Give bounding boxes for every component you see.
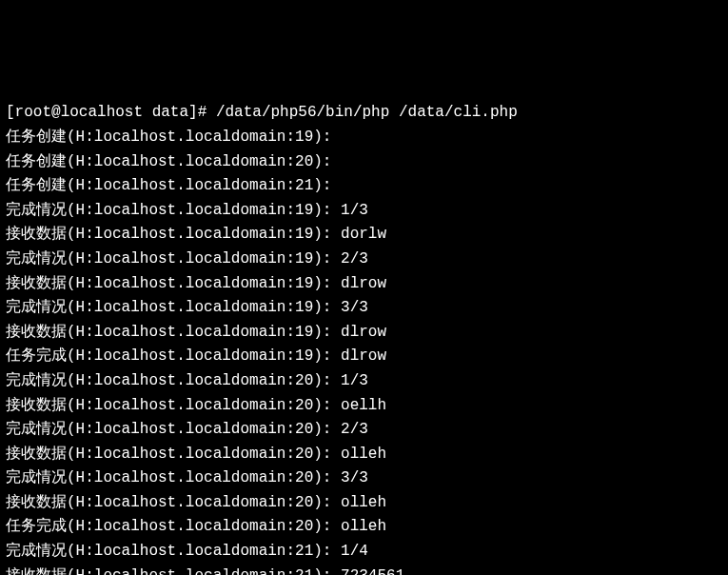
prompt-cwd: data <box>152 104 188 121</box>
prompt-host: localhost <box>61 104 143 121</box>
output-line: 完成情况(H:localhost.localdomain:19): 1/3 <box>6 199 722 224</box>
output-line: 完成情况(H:localhost.localdomain:19): 2/3 <box>6 248 722 272</box>
command-text: /data/php56/bin/php /data/cli.php <box>216 104 518 121</box>
output-line: 任务完成(H:localhost.localdomain:19): dlrow <box>6 345 722 369</box>
output-line: 接收数据(H:localhost.localdomain:20): olleh <box>6 491 722 516</box>
prompt-symbol: # <box>198 104 207 121</box>
output-line: 接收数据(H:localhost.localdomain:20): olleh <box>6 443 722 467</box>
output-line: 接收数据(H:localhost.localdomain:21): 723456… <box>6 565 722 575</box>
output-line: 完成情况(H:localhost.localdomain:20): 3/3 <box>6 466 722 491</box>
output-line: 完成情况(H:localhost.localdomain:20): 1/3 <box>6 369 722 394</box>
output-line: 接收数据(H:localhost.localdomain:19): dlrow <box>6 321 722 346</box>
output-line: 任务创建(H:localhost.localdomain:21): <box>6 174 722 199</box>
output-line: 完成情况(H:localhost.localdomain:20): 2/3 <box>6 418 722 443</box>
prompt-open: [ <box>6 104 15 121</box>
prompt-close: ] <box>188 104 198 121</box>
output-line: 任务创建(H:localhost.localdomain:19): <box>6 126 722 150</box>
output-line: 接收数据(H:localhost.localdomain:20): oellh <box>6 394 722 419</box>
terminal-output: 任务创建(H:localhost.localdomain:19):任务创建(H:… <box>6 126 722 575</box>
output-line: 完成情况(H:localhost.localdomain:21): 1/4 <box>6 540 722 565</box>
output-line: 接收数据(H:localhost.localdomain:19): dlrow <box>6 272 722 297</box>
shell-prompt-line[interactable]: [root@localhost data]# /data/php56/bin/p… <box>6 101 722 126</box>
output-line: 接收数据(H:localhost.localdomain:19): dorlw <box>6 223 722 248</box>
output-line: 完成情况(H:localhost.localdomain:19): 3/3 <box>6 296 722 321</box>
prompt-user: root <box>15 104 51 121</box>
output-line: 任务创建(H:localhost.localdomain:20): <box>6 150 722 175</box>
prompt-at: @ <box>51 104 61 121</box>
output-line: 任务完成(H:localhost.localdomain:20): olleh <box>6 515 722 540</box>
